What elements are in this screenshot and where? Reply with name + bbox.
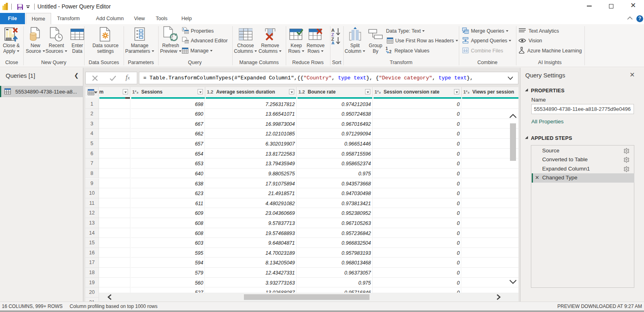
svg-text:A: A <box>331 41 334 44</box>
svg-text:2: 2 <box>389 50 392 54</box>
svg-text:1: 1 <box>386 47 388 51</box>
